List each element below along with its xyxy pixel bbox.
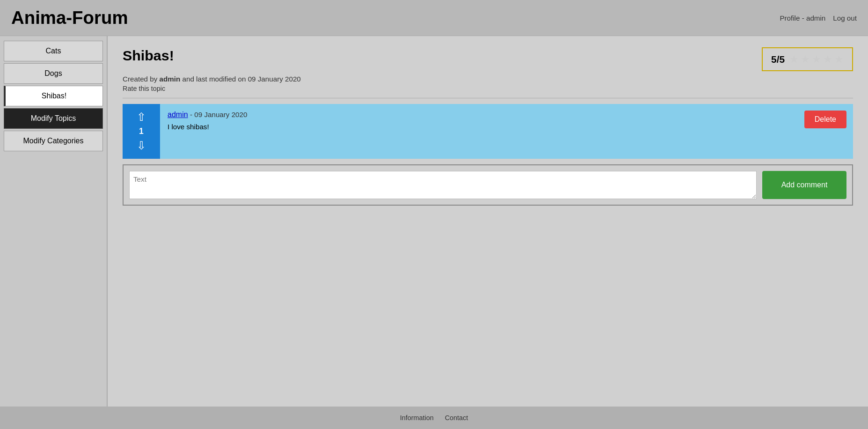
topic-title: Shibas!	[123, 47, 174, 64]
header-nav: Profile - admin Log out	[780, 14, 857, 22]
comment-text: I love shibas!	[168, 123, 846, 131]
sidebar-item-modify-topics[interactable]: Modify Topics	[4, 108, 103, 129]
logout-link[interactable]: Log out	[833, 14, 857, 22]
rating-box: 5/5 ★ ★ ★ ★ ★	[762, 47, 853, 71]
site-title: Anima-Forum	[11, 7, 128, 28]
star-1[interactable]: ★	[789, 53, 799, 66]
created-by-label: Created by	[123, 75, 157, 83]
modified-text: and last modified on 09 January 2020	[182, 75, 301, 83]
star-3[interactable]: ★	[812, 53, 821, 66]
upvote-button[interactable]: ⇧	[137, 111, 146, 123]
topic-header: Shibas! 5/5 ★ ★ ★ ★ ★	[123, 47, 853, 71]
star-5[interactable]: ★	[834, 53, 844, 66]
delete-button[interactable]: Delete	[804, 111, 846, 128]
profile-link[interactable]: Profile - admin	[780, 14, 825, 22]
add-comment-button[interactable]: Add comment	[762, 171, 846, 199]
divider	[123, 98, 853, 98]
main-layout: Cats Dogs Shibas! Modify Topics Modify C…	[0, 36, 868, 407]
sidebar-item-dogs[interactable]: Dogs	[4, 63, 103, 84]
comment-textarea[interactable]	[129, 171, 757, 199]
topic-meta: Created by admin and last modified on 09…	[123, 75, 853, 83]
comment-body: admin - 09 January 2020 I love shibas!	[160, 104, 853, 159]
content-area: Shibas! 5/5 ★ ★ ★ ★ ★ Created by admin a…	[108, 36, 868, 407]
add-comment-section: Add comment	[123, 164, 853, 206]
footer-information-link[interactable]: Information	[400, 414, 434, 422]
rate-label: Rate this topic	[123, 85, 853, 92]
sidebar-item-modify-categories[interactable]: Modify Categories	[4, 131, 103, 151]
topic-author: admin	[160, 75, 181, 83]
rating-score: 5/5	[771, 54, 785, 65]
footer: Information Contact	[0, 407, 868, 429]
vote-count: 1	[139, 126, 144, 136]
star-2[interactable]: ★	[801, 53, 810, 66]
sidebar: Cats Dogs Shibas! Modify Topics Modify C…	[0, 36, 108, 407]
comment-date: - 09 January 2020	[190, 111, 247, 118]
topic-title-block: Shibas!	[123, 47, 174, 64]
star-rating[interactable]: ★ ★ ★ ★ ★	[789, 53, 844, 66]
footer-contact-link[interactable]: Contact	[445, 414, 468, 422]
sidebar-item-shibas[interactable]: Shibas!	[4, 86, 103, 106]
header: Anima-Forum Profile - admin Log out	[0, 0, 868, 36]
downvote-button[interactable]: ⇩	[137, 140, 146, 151]
comment-author[interactable]: admin	[168, 111, 188, 118]
comment-card: ⇧ 1 ⇩ admin - 09 January 2020 I love shi…	[123, 104, 853, 159]
star-4[interactable]: ★	[823, 53, 832, 66]
vote-column: ⇧ 1 ⇩	[123, 104, 160, 159]
sidebar-item-cats[interactable]: Cats	[4, 41, 103, 61]
